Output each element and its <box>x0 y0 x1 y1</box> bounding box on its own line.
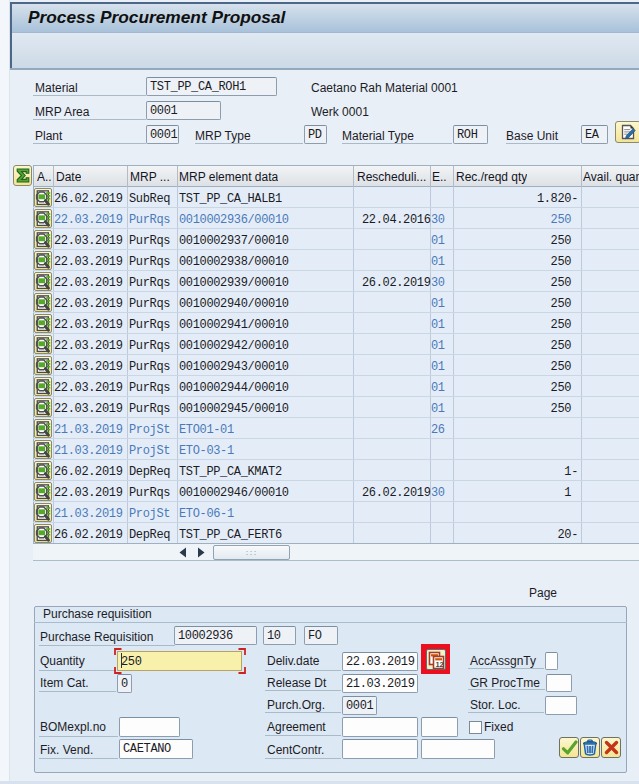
svg-text:12: 12 <box>435 660 443 669</box>
